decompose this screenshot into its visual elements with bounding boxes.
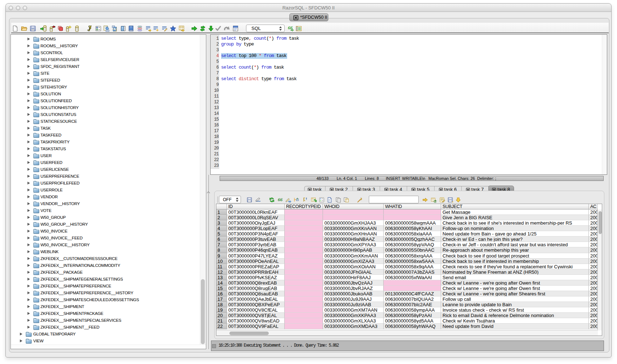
svg-text:66: 66 <box>278 197 283 202</box>
svg-text:66: 66 <box>288 25 293 30</box>
